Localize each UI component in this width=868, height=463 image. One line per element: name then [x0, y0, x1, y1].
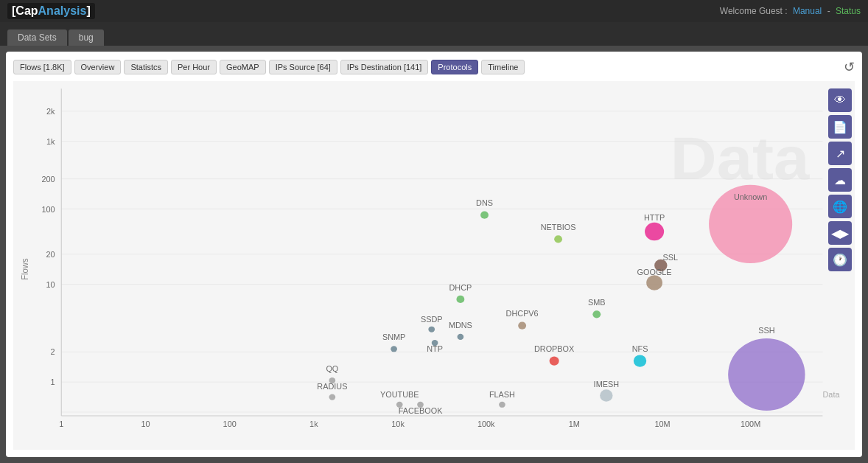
label-radius: RADIUS	[317, 383, 347, 391]
reload-button[interactable]: ↺	[844, 59, 855, 75]
bubble-google	[646, 275, 662, 290]
y-tick: 10	[46, 280, 55, 289]
btn-timeline[interactable]: Timeline	[481, 60, 525, 74]
label-imesh: IMESH	[594, 380, 619, 389]
label-netbios: NETBIOS	[541, 223, 576, 232]
bubble-ssdp	[428, 327, 435, 333]
arrows-button[interactable]: ◀▶	[828, 221, 852, 245]
bubble-flash	[499, 402, 505, 408]
globe-button[interactable]: 🌐	[828, 195, 852, 218]
x-tick: 100	[223, 420, 237, 429]
label-snmp: SNMP	[382, 333, 405, 341]
x-tick: 100M	[741, 420, 760, 429]
btn-statistics[interactable]: Statistcs	[124, 60, 168, 74]
logo: [ Cap Analysis ]	[7, 3, 95, 19]
bubble-dropbox	[550, 356, 559, 365]
watermark-text: Data	[671, 125, 811, 192]
x-tick: 1M	[569, 420, 580, 429]
label-dropbox: DROPBOX	[534, 345, 574, 354]
x-tick: 10M	[654, 420, 670, 429]
label-http: HTTP	[644, 213, 665, 222]
toolbar: Flows [1.8K] Overview Statistcs Per Hour…	[13, 59, 855, 75]
bubble-imesh	[600, 389, 612, 401]
nav-tab-datasets[interactable]: Data Sets	[7, 29, 67, 46]
label-dhcp: DHCP	[449, 283, 472, 292]
label-dhcpv6: DHCPV6	[506, 310, 539, 318]
bubble-dns	[480, 212, 489, 219]
label-ssdp: SSDP	[421, 315, 443, 324]
header: [ Cap Analysis ] Welcome Guest : Manual …	[0, 0, 868, 22]
label-ntp: NTP	[427, 345, 443, 354]
data-label: Data	[822, 390, 839, 399]
x-tick: 1k	[309, 420, 318, 429]
bubble-dhcp	[456, 296, 464, 303]
btn-perhour[interactable]: Per Hour	[171, 60, 217, 74]
x-tick: 10k	[391, 420, 405, 429]
view-button[interactable]: 👁	[828, 88, 852, 112]
y-tick: 2k	[46, 107, 55, 116]
btn-protocols[interactable]: Protocols	[431, 60, 478, 74]
header-right: Welcome Guest : Manual - Status	[720, 6, 861, 16]
welcome-text: Welcome Guest :	[720, 6, 788, 16]
label-smb: SMB	[588, 298, 606, 307]
clock-button[interactable]: 🕐	[828, 248, 852, 271]
x-tick: 100k	[477, 420, 495, 429]
x-tick: 1	[59, 420, 63, 429]
side-panel: 👁 📄 ↗ ☁ 🌐 ◀▶ 🕐	[828, 88, 852, 271]
nav: Data Sets bug	[0, 22, 868, 46]
bubble-nfs	[634, 355, 646, 366]
label-unknown: Unknown	[734, 193, 767, 202]
document-button[interactable]: 📄	[828, 115, 852, 139]
y-tick: 20	[46, 250, 55, 259]
bubble-radius	[329, 394, 336, 400]
nav-tab-bug[interactable]: bug	[69, 29, 104, 46]
btn-overview[interactable]: Overview	[74, 60, 122, 74]
main-content: Flows [1.8K] Overview Statistcs Per Hour…	[0, 46, 868, 463]
y-tick: 1	[51, 378, 55, 387]
label-mdns: MDNS	[449, 321, 472, 330]
share-button[interactable]: ↗	[828, 142, 852, 165]
y-tick: 1k	[46, 137, 55, 146]
x-tick: 10	[141, 420, 150, 429]
chart-area: Data Flows 2k 1k 200 100 20 10	[13, 81, 855, 450]
bubble-dhcpv6	[518, 322, 526, 330]
bubble-ssh	[728, 338, 805, 411]
y-tick: 2	[51, 348, 55, 357]
bubble-mdns	[458, 334, 464, 340]
label-flash: FLASH	[489, 390, 515, 399]
label-ssh: SSH	[758, 326, 774, 335]
label-qq: QQ	[326, 364, 338, 373]
bubble-http	[645, 223, 664, 240]
label-nfs: NFS	[632, 345, 648, 354]
bubble-smb	[592, 310, 601, 318]
manual-link[interactable]: Manual	[793, 6, 822, 16]
y-axis-label: Flows	[19, 258, 29, 279]
y-tick: 200	[41, 175, 55, 184]
label-youtube: YOUTUBE	[380, 390, 419, 399]
status-link[interactable]: Status	[836, 6, 861, 16]
cloud-button[interactable]: ☁	[828, 168, 852, 192]
btn-ipssource[interactable]: IPs Source [64]	[269, 60, 337, 74]
bubble-snmp	[391, 346, 397, 352]
y-tick: 100	[41, 205, 55, 214]
btn-ipsdest[interactable]: IPs Destination [141]	[340, 60, 429, 74]
label-google: GOOGLE	[637, 268, 672, 277]
btn-flows[interactable]: Flows [1.8K]	[13, 60, 71, 74]
btn-geomap[interactable]: GeoMAP	[220, 60, 266, 74]
label-dns: DNS	[476, 199, 493, 208]
chart-svg: Data Flows 2k 1k 200 100 20 10	[13, 81, 855, 450]
chart-container: Flows [1.8K] Overview Statistcs Per Hour…	[6, 52, 862, 457]
label-facebook: FACEBOOK	[399, 406, 443, 415]
bubble-netbios	[554, 235, 562, 243]
label-ssl: SSL	[663, 253, 679, 262]
